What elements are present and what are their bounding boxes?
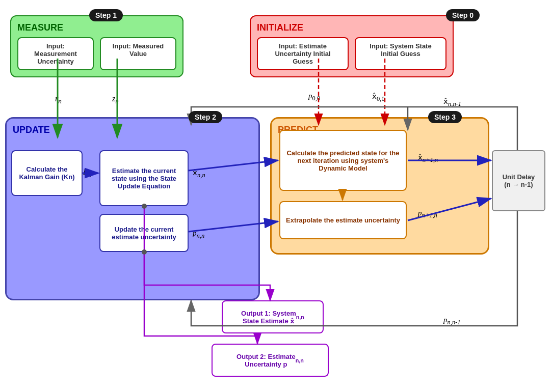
- kalman-gain-box: Calculate the Kalman Gain (Kn): [11, 150, 83, 196]
- step2-badge: Step 2: [189, 111, 222, 123]
- label-rn: rn: [55, 94, 62, 105]
- label-zn: zn: [112, 94, 119, 105]
- label-xnn: x̂n,n: [193, 168, 205, 179]
- initialize-title: INITIALIZE: [257, 22, 446, 33]
- initialize-section: INITIALIZE Input: Estimate Uncertainty I…: [250, 15, 454, 77]
- label-kn: Kn: [83, 168, 91, 179]
- label-pnn1: pn,n-1: [443, 316, 461, 326]
- kalman-filter-diagram: Step 1 Step 0 Step 2 Step 3 MEASURE Inpu…: [0, 0, 552, 392]
- label-x00: x̂0,0: [372, 92, 385, 103]
- measure-input-value: Input: Measured Value: [100, 37, 176, 70]
- label-xn1n: x̂n+1,n: [418, 153, 438, 164]
- initialize-input-uncertainty: Input: Estimate Uncertainty Initial Gues…: [257, 37, 349, 70]
- update-section: UPDATE: [5, 117, 260, 300]
- measure-input-uncertainty: Input: Measurement Uncertainty: [17, 37, 94, 70]
- update-title: UPDATE: [13, 125, 252, 135]
- predict-state-box: Calculate the predicted state for the ne…: [279, 130, 407, 191]
- step3-badge: Step 3: [428, 111, 462, 123]
- label-pnn: pn,n: [193, 229, 204, 240]
- label-xnn1: x̂n,n-1: [443, 97, 461, 108]
- measure-title: MEASURE: [17, 22, 176, 33]
- label-p00: p0,0: [308, 92, 320, 102]
- output1-box: Output 1: SystemState Estimate x̂n,n: [222, 300, 324, 333]
- extrapolate-uncertainty-box: Extrapolate the estimate uncertainty: [279, 201, 407, 239]
- unit-delay-box: Unit Delay(n → n-1): [492, 150, 545, 211]
- label-pn1n: pn+1,n: [418, 209, 437, 219]
- state-update-box: Estimate the current state using the Sta…: [99, 150, 189, 206]
- output2-box: Output 2: EstimateUncertainty pn,n: [212, 344, 329, 377]
- initialize-input-state: Input: System State Initial Guess: [355, 37, 446, 70]
- step0-badge: Step 0: [446, 9, 480, 21]
- update-uncertainty-box: Update the current estimate uncertainty: [99, 214, 189, 252]
- step1-badge: Step 1: [89, 9, 123, 21]
- measure-section: MEASURE Input: Measurement Uncertainty I…: [10, 15, 183, 77]
